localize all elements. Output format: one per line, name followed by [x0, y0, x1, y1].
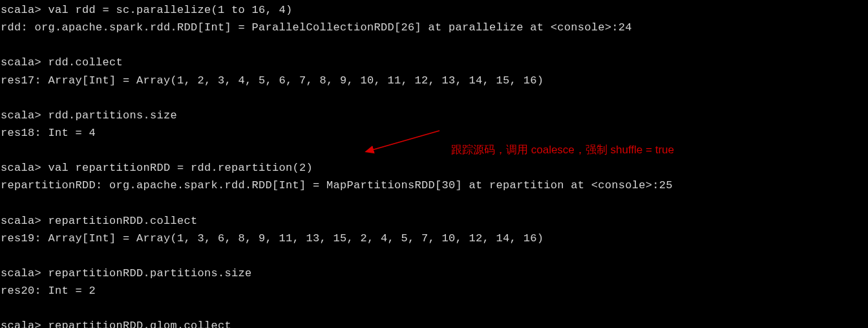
terminal-line: repartitionRDD: org.apache.spark.rdd.RDD… [1, 177, 868, 194]
terminal-line: res19: Array[Int] = Array(1, 3, 6, 8, 9,… [1, 230, 868, 247]
annotation-text: 跟踪源码，调用 coalesce，强制 shuffle = true [451, 141, 674, 159]
terminal-line: scala> repartitionRDD.collect [1, 212, 868, 230]
terminal-line: scala> repartitionRDD.partitions.size [1, 265, 868, 282]
terminal-blank [1, 142, 868, 159]
terminal-line: res20: Int = 2 [1, 282, 868, 300]
terminal-blank [1, 89, 868, 107]
terminal-line: scala> val rdd = sc.parallelize(1 to 16,… [1, 1, 868, 19]
terminal-line: scala> val repartitionRDD = rdd.repartit… [1, 159, 868, 177]
terminal-blank [1, 300, 868, 317]
terminal-blank [1, 195, 868, 212]
terminal-blank [1, 247, 868, 265]
terminal-blank [1, 36, 868, 54]
terminal-line: res17: Array[Int] = Array(1, 2, 3, 4, 5,… [1, 72, 868, 89]
terminal-line: rdd: org.apache.spark.rdd.RDD[Int] = Par… [1, 19, 868, 36]
terminal-line: scala> repartitionRDD.glom.collect [1, 317, 868, 328]
terminal-line: scala> rdd.collect [1, 54, 868, 71]
terminal-line: res18: Int = 4 [1, 124, 868, 142]
terminal[interactable]: scala> val rdd = sc.parallelize(1 to 16,… [0, 0, 868, 328]
terminal-line: scala> rdd.partitions.size [1, 107, 868, 124]
